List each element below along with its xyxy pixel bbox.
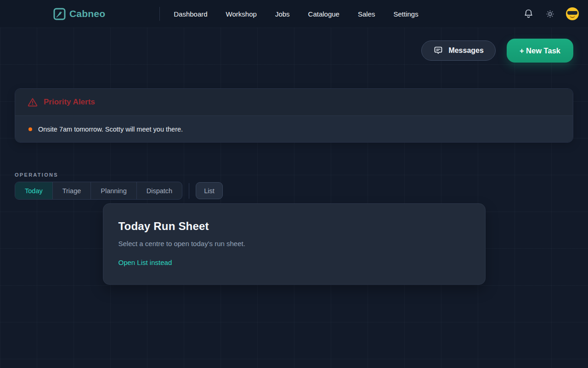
alert-text: Onsite 7am tomorrow. Scotty will meet yo… bbox=[38, 126, 183, 133]
nav-item-jobs[interactable]: Jobs bbox=[275, 10, 290, 18]
tabs-divider bbox=[189, 183, 189, 199]
priority-alerts-title: Priority Alerts bbox=[44, 98, 95, 107]
page-content: Messages + New Task Priority Alerts Onsi… bbox=[0, 28, 588, 368]
run-sheet-title: Today Run Sheet bbox=[119, 220, 470, 233]
alert-bullet-dot bbox=[28, 127, 32, 131]
messages-button[interactable]: Messages bbox=[421, 40, 496, 61]
open-list-link[interactable]: Open List instead bbox=[119, 259, 172, 266]
nav-item-settings[interactable]: Settings bbox=[393, 10, 418, 18]
tab-dispatch[interactable]: Dispatch bbox=[136, 182, 182, 199]
nav-item-workshop[interactable]: Workshop bbox=[226, 10, 257, 18]
tab-planning[interactable]: Planning bbox=[90, 182, 136, 199]
operations-tabs-row: Today Triage Planning Dispatch List bbox=[15, 182, 573, 200]
sun-icon bbox=[546, 10, 554, 18]
nav-item-catalogue[interactable]: Catalogue bbox=[308, 10, 339, 18]
today-run-sheet-card: Today Run Sheet Select a centre to open … bbox=[103, 203, 486, 285]
list-view-button[interactable]: List bbox=[196, 182, 223, 199]
topnav-right-cluster bbox=[523, 7, 579, 20]
main-nav: Dashboard Workshop Jobs Catalogue Sales … bbox=[174, 10, 418, 18]
nav-divider bbox=[159, 7, 160, 21]
theme-toggle-button[interactable] bbox=[545, 9, 555, 19]
priority-alerts-panel: Priority Alerts Onsite 7am tomorrow. Sco… bbox=[15, 88, 573, 143]
notifications-button[interactable] bbox=[523, 8, 534, 20]
alert-item[interactable]: Onsite 7am tomorrow. Scotty will meet yo… bbox=[15, 116, 573, 142]
brand-logo[interactable]: Cabneo bbox=[53, 8, 105, 20]
warning-triangle-icon bbox=[28, 98, 38, 107]
bell-icon bbox=[524, 9, 533, 19]
chat-bubble-icon bbox=[433, 46, 443, 56]
operations-section-label: OPERATIONS bbox=[15, 172, 573, 178]
top-navigation: Cabneo Dashboard Workshop Jobs Catalogue… bbox=[0, 0, 588, 28]
tab-triage[interactable]: Triage bbox=[52, 182, 91, 199]
run-sheet-subtitle: Select a centre to open today's run shee… bbox=[119, 240, 470, 247]
user-avatar[interactable] bbox=[566, 7, 579, 20]
cabneo-logo-icon bbox=[53, 8, 66, 20]
new-task-button[interactable]: + New Task bbox=[507, 39, 573, 63]
priority-alerts-header: Priority Alerts bbox=[15, 89, 573, 116]
brand-name: Cabneo bbox=[69, 8, 105, 19]
operations-segmented-control: Today Triage Planning Dispatch bbox=[15, 182, 182, 200]
tab-today[interactable]: Today bbox=[15, 182, 52, 199]
page-actions: Messages + New Task bbox=[15, 28, 573, 63]
messages-label: Messages bbox=[448, 46, 484, 55]
nav-item-dashboard[interactable]: Dashboard bbox=[174, 10, 207, 18]
nav-item-sales[interactable]: Sales bbox=[358, 10, 375, 18]
